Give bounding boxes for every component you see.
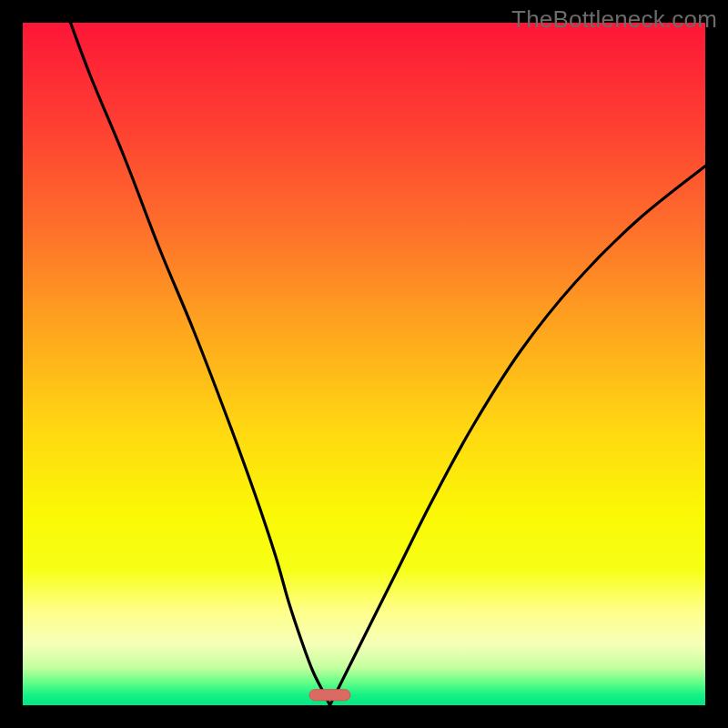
watermark-text: TheBottleneck.com	[511, 5, 717, 34]
chart-frame	[23, 23, 705, 705]
minimum-marker	[309, 690, 350, 701]
bottleneck-chart	[23, 23, 705, 705]
gradient-background	[23, 23, 705, 705]
